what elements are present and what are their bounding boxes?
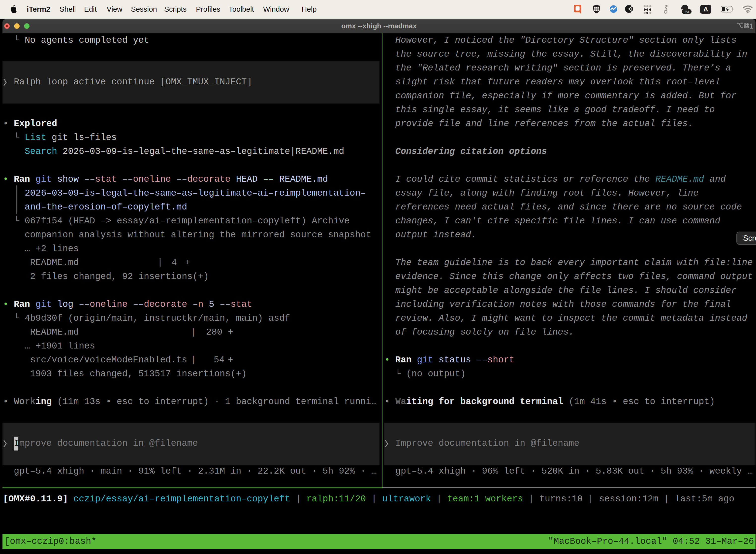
svg-text:..61: ..61 xyxy=(683,10,690,14)
